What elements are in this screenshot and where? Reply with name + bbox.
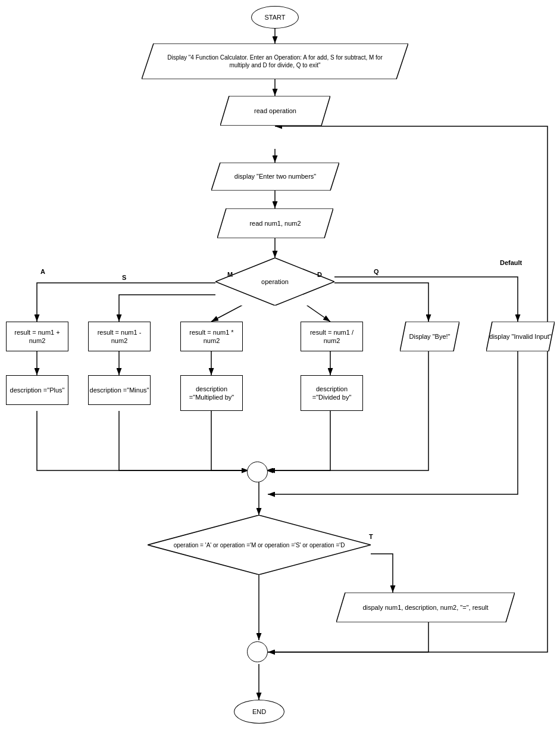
end-shape: END	[234, 700, 284, 724]
result-m-shape: result = num1 * num2	[180, 322, 243, 351]
display-invalid-shape: display "Invalid Input"	[486, 322, 555, 351]
start-shape: START	[251, 6, 299, 29]
result-a-shape: result = num1 + num2	[6, 322, 68, 351]
cond-diamond: operation = 'A' or operation ='M or oper…	[148, 515, 371, 575]
display-bye-shape: Display "Bye!"	[400, 322, 459, 351]
display-result-label: dispaly num1, description, num2, "=", re…	[362, 603, 488, 612]
display-bye-label: Display "Bye!"	[409, 332, 450, 341]
desc-div-shape: description ="Divided by"	[301, 375, 363, 411]
display-result-shape: dispaly num1, description, num2, "=", re…	[336, 593, 515, 622]
branch-label-s: S	[122, 274, 126, 281]
result-a-label: result = num1 + num2	[7, 328, 68, 345]
cond-label: operation = 'A' or operation ='M or oper…	[174, 541, 345, 549]
display2-shape: display "Enter two numbers"	[211, 163, 339, 191]
operation-label: operation	[261, 278, 289, 286]
desc-div-label: description ="Divided by"	[301, 385, 362, 402]
connector1-shape	[247, 462, 268, 482]
display2-label: display "Enter two numbers"	[234, 172, 316, 180]
display1-label: Display "4 Function Calculator. Enter an…	[142, 54, 408, 69]
branch-label-a: A	[40, 268, 45, 275]
display-invalid-label: display "Invalid Input"	[489, 332, 551, 341]
read-num-label: read num1, num2	[249, 219, 301, 227]
read-num-shape: read num1, num2	[217, 208, 333, 238]
end-label: END	[252, 707, 266, 716]
desc-plus-label: description ="Plus"	[10, 386, 65, 394]
read-op-label: read operation	[254, 107, 296, 115]
desc-mult-label: description ="Multiplied by"	[181, 385, 242, 402]
result-s-label: result = num1 - num2	[89, 328, 150, 345]
branch-label-m: M	[227, 271, 233, 278]
branch-label-default: Default	[500, 259, 522, 266]
result-s-shape: result = num1 - num2	[88, 322, 151, 351]
desc-minus-label: description ="Minus"	[90, 386, 149, 394]
branch-label-d: D	[317, 271, 322, 278]
connector2-shape	[247, 641, 268, 662]
read-op-shape: read operation	[220, 96, 330, 126]
desc-minus-shape: description ="Minus"	[88, 375, 151, 405]
result-d-label: result = num1 / num2	[301, 328, 362, 345]
branch-label-q: Q	[374, 268, 379, 275]
operation-diamond: operation	[215, 258, 334, 306]
flowchart: START Display "4 Function Calculator. En…	[0, 0, 560, 745]
display1-shape: Display "4 Function Calculator. Enter an…	[142, 43, 408, 79]
branch-label-t: T	[369, 533, 373, 540]
desc-plus-shape: description ="Plus"	[6, 375, 68, 405]
result-m-label: result = num1 * num2	[181, 328, 242, 345]
result-d-shape: result = num1 / num2	[301, 322, 363, 351]
start-label: START	[264, 13, 285, 21]
desc-mult-shape: description ="Multiplied by"	[180, 375, 243, 411]
